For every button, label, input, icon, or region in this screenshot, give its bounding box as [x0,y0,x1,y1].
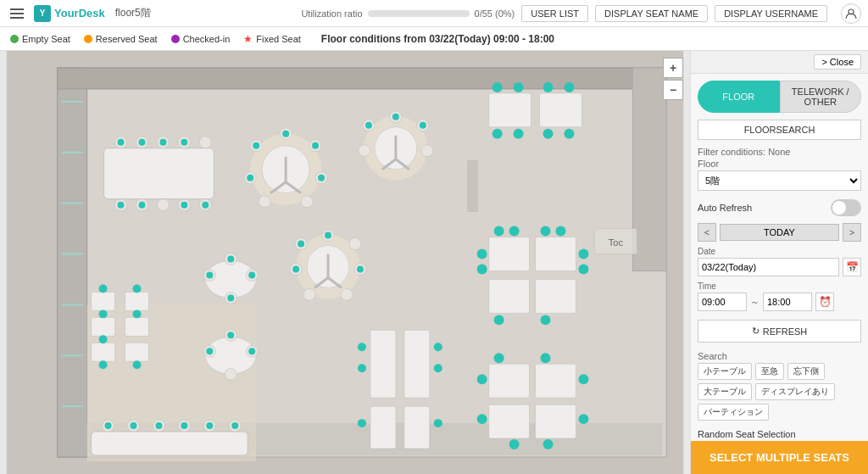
tab-floor[interactable]: FLOOR [698,81,780,113]
svg-rect-146 [536,279,576,313]
floor-condition: Floor conditions from 03/22(Today) 09:00… [321,33,554,45]
svg-point-141 [543,129,554,139]
floorsearch-button[interactable]: FLOORSEARCH [698,120,861,140]
svg-point-156 [541,315,551,325]
svg-point-150 [556,226,566,237]
auto-refresh-toggle[interactable] [831,199,861,216]
svg-point-101 [99,309,108,318]
clock-icon[interactable]: ⏰ [815,293,834,311]
floor-select[interactable]: 1階2階3階4階5階 [698,170,861,191]
svg-rect-134 [540,93,582,127]
next-date-button[interactable]: > [843,223,861,242]
close-button[interactable]: > Close [814,54,861,70]
panel-tabs: FLOOR TELEWORK / OTHER [691,74,868,113]
svg-rect-3 [58,68,87,457]
svg-rect-126 [404,406,430,449]
today-button[interactable]: TODAY [720,224,839,241]
search-section: Search 小テーブル至急忘下側大テーブルディスプレイありパーティション [698,351,861,421]
svg-rect-98 [92,317,115,336]
svg-point-142 [564,129,574,139]
svg-point-77 [298,241,304,248]
logo: Y YourDesk [34,5,105,22]
auto-refresh-label: Auto Refresh [698,203,752,213]
tab-telework[interactable]: TELEWORK / OTHER [780,81,862,113]
time-to-input[interactable] [763,293,812,311]
svg-point-79 [357,265,364,272]
zoom-out-button[interactable]: − [663,80,683,100]
svg-point-30 [118,202,125,209]
svg-rect-143 [489,237,530,271]
utilization-value: 0/55 (0%) [475,8,515,19]
svg-point-132 [434,419,442,427]
svg-point-139 [492,129,503,139]
logo-icon: Y [34,5,51,22]
panel-header: > Close [691,51,868,74]
filter-label: Filter conditions: None [698,147,861,157]
svg-point-76 [325,232,331,239]
svg-point-166 [578,414,588,424]
svg-rect-160 [536,404,576,438]
svg-point-60 [421,145,433,157]
svg-point-26 [118,139,125,146]
svg-rect-123 [370,330,396,398]
menu-button[interactable] [7,5,27,22]
utilization-bar [368,10,470,17]
svg-point-108 [133,309,142,318]
random-section: Random Seat Selection RANDOM [698,429,861,441]
floor-map[interactable]: + − [0,51,690,474]
svg-point-167 [509,439,520,449]
svg-rect-145 [489,279,530,313]
svg-point-33 [202,202,209,209]
svg-point-165 [477,414,487,424]
right-panel: > Close FLOOR TELEWORK / OTHER FLOORSEAR… [690,51,868,474]
date-row: 📅 [698,258,861,276]
svg-point-23 [157,199,169,211]
search-tag[interactable]: 至急 [755,363,784,380]
svg-point-138 [564,82,574,92]
time-row: ～ ⏰ [698,293,861,311]
svg-point-32 [181,202,187,209]
date-input[interactable] [698,258,839,276]
svg-point-102 [99,335,108,343]
svg-rect-159 [489,404,530,438]
floor-svg: Toc [0,51,690,474]
prev-date-button[interactable]: < [698,223,716,242]
search-tag[interactable]: 忘下側 [787,363,825,380]
display-seat-button[interactable]: DISPLAY SEAT NAME [595,5,708,22]
refresh-label: REFRESH [763,326,808,337]
time-from-input[interactable] [698,293,747,311]
svg-point-118 [131,422,137,429]
svg-point-162 [541,353,551,363]
search-tag[interactable]: ディスプレイあり [755,383,835,400]
zoom-in-button[interactable]: + [663,58,683,78]
svg-point-122 [231,422,238,429]
floor-label: floor5階 [115,6,151,20]
refresh-button[interactable]: ↻ REFRESH [698,320,861,343]
map-controls: + − [663,58,683,100]
svg-point-44 [259,196,270,208]
svg-rect-158 [536,364,576,398]
user-list-button[interactable]: USER LIST [521,5,588,22]
fixed-star: ★ [243,33,253,45]
svg-point-96 [248,348,255,354]
svg-point-86 [206,271,213,278]
empty-label: Empty Seat [22,34,70,44]
svg-point-85 [227,256,234,263]
legend-reserved: Reserved Seat [84,34,158,44]
reserved-label: Reserved Seat [96,34,158,44]
search-tag[interactable]: パーティション [698,404,769,421]
calendar-icon[interactable]: 📅 [843,258,861,276]
search-tag[interactable]: 小テーブル [698,363,752,380]
user-avatar[interactable] [841,3,861,24]
auto-refresh-row: Auto Refresh [698,199,861,216]
fixed-label: Fixed Seat [256,34,301,44]
svg-point-152 [477,264,487,274]
svg-point-109 [133,360,142,369]
svg-point-168 [543,439,554,449]
svg-point-88 [227,294,234,301]
search-tag[interactable]: 大テーブル [698,383,752,400]
main-content: + − [0,51,868,474]
display-username-button[interactable]: DISPLAY USERNAME [715,5,827,22]
select-multiple-seats-button[interactable]: SELECT MULTIPLE SEATS [691,441,868,474]
filter-value: None [768,147,790,157]
